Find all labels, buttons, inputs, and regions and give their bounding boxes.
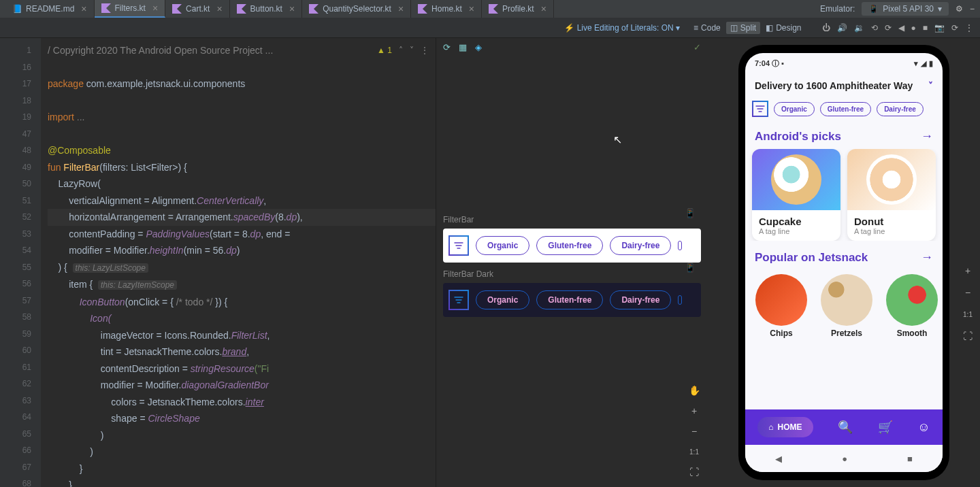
refresh-icon[interactable]: ⟳: [443, 42, 451, 52]
search-icon[interactable]: 🔍: [838, 420, 853, 435]
nav-home-button[interactable]: ⌂HOME: [757, 417, 813, 437]
chevron-up-icon[interactable]: ˄: [399, 42, 403, 59]
fullscreen-icon[interactable]: ⛶: [960, 328, 976, 344]
pan-icon[interactable]: ✋: [686, 382, 702, 399]
snack-card[interactable]: DonutA tag line: [847, 149, 936, 241]
kotlin-icon: [101, 3, 111, 13]
checkmark-icon: ✓: [693, 42, 701, 52]
snack-item[interactable]: Chips: [752, 274, 811, 338]
more-icon[interactable]: ⋮: [965, 23, 973, 33]
zoom-in-button[interactable]: +: [686, 403, 702, 419]
view-code-button[interactable]: ≡ Code: [689, 22, 725, 34]
cart-icon[interactable]: 🛒: [878, 420, 893, 435]
fullscreen-icon[interactable]: ⛶: [686, 464, 702, 480]
overview-button[interactable]: ■: [907, 454, 913, 464]
interactive-icon[interactable]: ▦: [459, 42, 467, 52]
back-button[interactable]: ◀: [775, 454, 782, 464]
phone-icon: 📱: [868, 4, 879, 14]
chevron-down-icon[interactable]: ˅: [410, 42, 414, 59]
delivery-header[interactable]: Delivery to 1600 Amphitheater Way ˅: [745, 73, 943, 98]
section-header: Popular on Jetsnack →: [745, 241, 943, 270]
filter-chip[interactable]: Gluten-free: [820, 102, 871, 116]
zoom-fit-button[interactable]: 1:1: [686, 443, 702, 460]
snack-item[interactable]: Smooth: [883, 274, 941, 338]
cards-row: CupcakeA tag line DonutA tag line: [745, 149, 943, 241]
snack-row: Chips Pretzels Smooth: [745, 270, 943, 342]
filter-chip[interactable]: [678, 241, 682, 250]
filter-chip[interactable]: Organic: [774, 102, 815, 116]
profile-icon[interactable]: ☺: [917, 420, 930, 435]
more-icon[interactable]: ⋮: [421, 42, 429, 59]
live-edit-toggle[interactable]: ⚡ Live Editing of Literals: ON ▾: [564, 23, 680, 33]
preview-actions: ⟳ ▦ ◈: [443, 42, 482, 52]
tab-home[interactable]: Home.kt×: [411, 0, 482, 18]
zoom-in-button[interactable]: +: [960, 263, 976, 279]
reload-icon[interactable]: ⟳: [951, 23, 958, 33]
close-icon[interactable]: ×: [541, 3, 546, 14]
filter-chip[interactable]: Organic: [476, 290, 529, 309]
filter-chip[interactable]: Gluten-free: [536, 236, 603, 255]
zoom-out-button[interactable]: −: [686, 423, 702, 439]
kotlin-icon: [418, 4, 427, 14]
tab-filters[interactable]: Filters.kt×: [95, 0, 166, 18]
view-split-button[interactable]: ◫ Split: [726, 22, 760, 34]
filter-chip[interactable]: Dairy-free: [610, 236, 671, 255]
minimize-icon[interactable]: −: [970, 4, 975, 14]
markdown-icon: 📘: [12, 4, 22, 14]
snack-item[interactable]: Pretzels: [817, 274, 876, 338]
code-editor[interactable]: ▲ 1 ˄ ˅ ⋮ / Copyright 2020 The Android O…: [41, 38, 436, 487]
filter-chip[interactable]: Organic: [476, 236, 529, 255]
filter-list-icon[interactable]: [448, 290, 469, 310]
power-icon[interactable]: ⏻: [822, 23, 830, 33]
home-button[interactable]: ●: [842, 454, 847, 464]
arrow-right-icon[interactable]: →: [921, 129, 933, 144]
tab-profile[interactable]: Profile.kt×: [482, 0, 554, 18]
filter-chip[interactable]: Gluten-free: [536, 290, 603, 309]
tab-readme[interactable]: 📘README.md×: [5, 0, 95, 18]
battery-icon: ▮: [929, 59, 933, 68]
tab-button[interactable]: Button.kt×: [230, 0, 303, 18]
warning-indicator[interactable]: ▲ 1: [377, 42, 392, 59]
deploy-icon[interactable]: 📱: [685, 263, 696, 273]
close-icon[interactable]: ×: [216, 3, 222, 14]
view-mode-group: ≡ Code ◫ Split ◧ Design: [689, 22, 805, 34]
overview-icon[interactable]: ■: [923, 23, 928, 33]
editor-status: ▲ 1 ˄ ˅ ⋮: [377, 42, 429, 59]
volume-up-icon[interactable]: 🔊: [837, 23, 847, 33]
kotlin-icon: [237, 4, 246, 14]
back-icon[interactable]: ◀: [898, 23, 904, 33]
filter-list-icon[interactable]: [752, 101, 768, 117]
filter-chip[interactable]: Dairy-free: [610, 290, 671, 309]
zoom-out-button[interactable]: −: [960, 284, 976, 301]
chevron-down-icon: ▾: [676, 23, 680, 33]
layers-icon[interactable]: ◈: [475, 42, 482, 52]
device-screen[interactable]: 7:04 ⓘ ▪ ▾◢▮ Delivery to 1600 Amphitheat…: [745, 53, 943, 472]
kotlin-icon: [489, 4, 498, 14]
close-icon[interactable]: ×: [152, 3, 158, 14]
arrow-right-icon[interactable]: →: [921, 250, 933, 265]
rotate-right-icon[interactable]: ⟳: [885, 23, 892, 33]
filter-chip[interactable]: [678, 295, 682, 305]
deploy-icon[interactable]: 📱: [685, 208, 696, 218]
tab-quantity[interactable]: QuantitySelector.kt×: [302, 0, 411, 18]
gear-icon[interactable]: ⚙: [956, 4, 963, 14]
chevron-down-icon: ˅: [928, 80, 933, 91]
view-design-button[interactable]: ◧ Design: [762, 22, 805, 34]
zoom-fit-button[interactable]: 1:1: [960, 306, 976, 322]
tab-cart[interactable]: Cart.kt×: [165, 0, 230, 18]
filter-chip[interactable]: Dairy-free: [877, 102, 924, 116]
close-icon[interactable]: ×: [81, 3, 86, 14]
close-icon[interactable]: ×: [289, 3, 295, 14]
snack-card[interactable]: CupcakeA tag line: [752, 149, 840, 241]
camera-icon[interactable]: 📷: [934, 23, 945, 33]
close-icon[interactable]: ×: [398, 3, 404, 14]
emulator-device-select[interactable]: 📱 Pixel 5 API 30 ▾: [862, 2, 949, 16]
wifi-icon: ▾: [914, 59, 918, 68]
emulator-zoom-strip: + − 1:1 ⛶: [960, 263, 976, 344]
section-header: Android's picks →: [745, 120, 943, 149]
home-icon[interactable]: ●: [911, 23, 916, 33]
rotate-left-icon[interactable]: ⟲: [871, 23, 878, 33]
filter-list-icon[interactable]: [448, 235, 469, 256]
volume-down-icon[interactable]: 🔉: [854, 23, 864, 33]
close-icon[interactable]: ×: [469, 3, 474, 14]
